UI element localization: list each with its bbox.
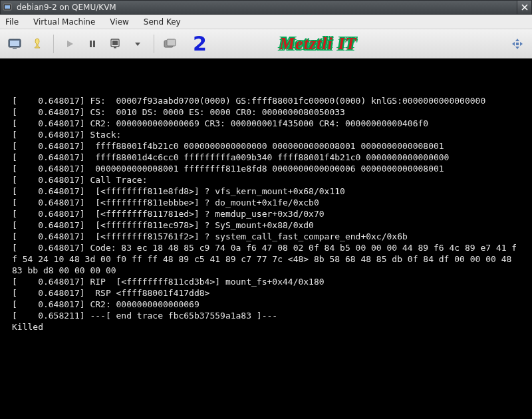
play-button[interactable] [61, 35, 79, 53]
window-title: debian9-2 on QEMU/KVM [14, 3, 517, 12]
toolbar-separator [53, 35, 54, 53]
toolbar: 2 Metztli IT [0, 29, 532, 59]
fullscreen-button[interactable] [508, 35, 527, 53]
svg-rect-8 [112, 41, 118, 45]
console-button[interactable] [5, 35, 24, 53]
svg-rect-4 [13, 48, 17, 49]
menu-view[interactable]: View [107, 16, 131, 28]
toolbar-separator [154, 35, 154, 53]
svg-rect-5 [90, 41, 92, 47]
shutdown-button[interactable] [106, 35, 124, 53]
menubar: File Virtual Machine View Send Key [0, 15, 532, 29]
terminal-output: [ 0.648017] FS: 00007f93aabd0700(0000) G… [0, 59, 532, 419]
menu-send-key[interactable]: Send Key [141, 16, 184, 28]
menu-virtual-machine[interactable]: Virtual Machine [31, 16, 98, 28]
number-overlay: 2 [193, 32, 207, 55]
pause-button[interactable] [83, 35, 102, 53]
svg-rect-3 [10, 41, 19, 46]
info-button[interactable] [28, 35, 47, 53]
svg-rect-9 [114, 47, 116, 49]
app-icon [1, 1, 14, 13]
shutdown-menu-button[interactable] [128, 35, 147, 53]
svg-rect-6 [93, 41, 95, 47]
window-titlebar: debian9-2 on QEMU/KVM [0, 0, 532, 15]
snapshots-button[interactable] [161, 35, 180, 53]
svg-rect-11 [167, 39, 176, 46]
svg-rect-12 [516, 43, 519, 45]
window-close-button[interactable] [517, 1, 531, 14]
svg-rect-1 [5, 5, 10, 9]
menu-file[interactable]: File [3, 16, 21, 28]
brand-logo: Metztli IT [279, 34, 356, 54]
